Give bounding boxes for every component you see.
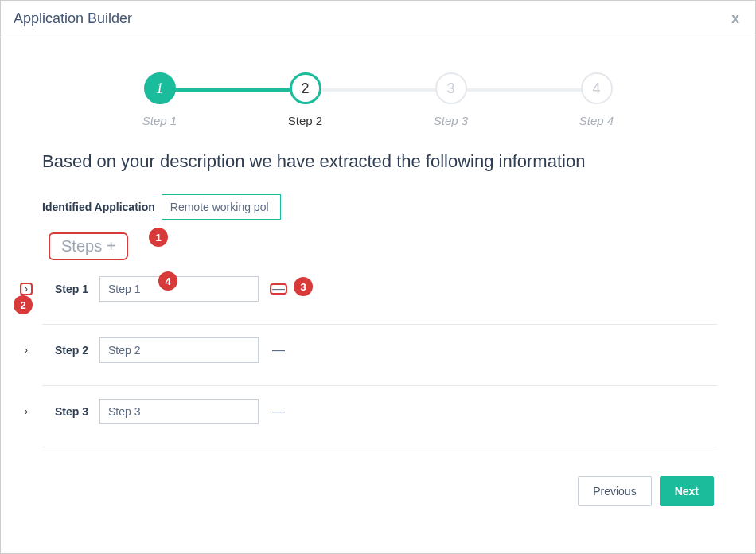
step-row-2-wrap: › Step 2 — [39,330,717,386]
annotation-badge-1: 1 [149,228,168,247]
chevron-right-icon[interactable]: › [20,283,33,295]
step-name-input[interactable] [99,276,259,302]
annotation-badge-3: 3 [294,277,313,296]
step-label: Step 1 [142,114,177,127]
step-label: Step 4 [579,114,614,127]
stepper-connector [451,88,597,92]
wizard-actions: Previous Next [39,476,717,506]
minus-icon[interactable]: — [270,406,287,417]
divider [42,447,717,447]
chevron-right-icon[interactable]: › [20,344,33,357]
step-row-2: › Step 2 — [17,330,717,371]
step-row-label: Step 3 [55,405,88,418]
stepper-step-2: 2 Step 2 [232,72,378,127]
section-heading: Based on your description we have extrac… [42,151,717,172]
step-row-label: Step 2 [55,344,88,357]
divider [42,324,717,325]
step-label: Step 2 [288,114,322,127]
steps-header-text: Steps [61,237,102,255]
modal-dialog: Application Builder x 1 Step 1 2 Step 2 … [0,0,756,554]
identified-application-input[interactable] [162,194,281,220]
steps-header[interactable]: Steps + [49,232,128,260]
next-button[interactable]: Next [660,476,714,506]
minus-wrap: — 3 [270,283,287,295]
steps-header-wrap: Steps + 1 [39,232,717,265]
chevron-right-icon[interactable]: › [20,405,33,418]
stepper-connector [160,88,306,92]
step-name-input[interactable] [99,399,259,424]
minus-icon[interactable]: — [270,283,287,295]
modal-title: Application Builder [14,10,132,27]
step-row-3: › Step 3 — [17,391,717,432]
divider [42,385,717,386]
stepper-step-1: 1 Step 1 [87,72,232,127]
stepper-step-4: 4 Step 4 [524,72,669,127]
identified-application-label: Identified Application [42,201,155,213]
wizard-stepper: 1 Step 1 2 Step 2 3 Step 3 4 Step 4 [39,57,717,151]
step-label: Step 3 [434,114,468,127]
close-icon[interactable]: x [731,10,739,27]
identified-application-row: Identified Application [42,194,717,220]
step-circle-pending: 4 [581,72,613,104]
annotation-badge-2: 2 [14,295,33,314]
step-row-label: Step 1 [55,283,88,295]
modal-body: 1 Step 1 2 Step 2 3 Step 3 4 Step 4 Base… [1,37,755,525]
step-circle-current: 2 [290,72,321,104]
step-circle-pending: 3 [435,72,467,104]
annotation-badge-4: 4 [158,271,177,291]
step-row-3-wrap: › Step 3 — [39,391,717,447]
plus-icon[interactable]: + [107,237,116,255]
modal-header: Application Builder x [1,1,755,37]
step-row-1-wrap: › Step 1 4 — 3 2 [39,268,717,325]
previous-button[interactable]: Previous [578,476,651,506]
step-row-1: › Step 1 4 — 3 [17,268,717,310]
step-circle-done: 1 [144,72,176,104]
step-name-input[interactable] [99,337,259,363]
stepper-step-3: 3 Step 3 [378,72,524,127]
input-wrap: 4 [99,276,259,302]
stepper-connector [306,88,451,92]
minus-icon[interactable]: — [270,345,287,356]
